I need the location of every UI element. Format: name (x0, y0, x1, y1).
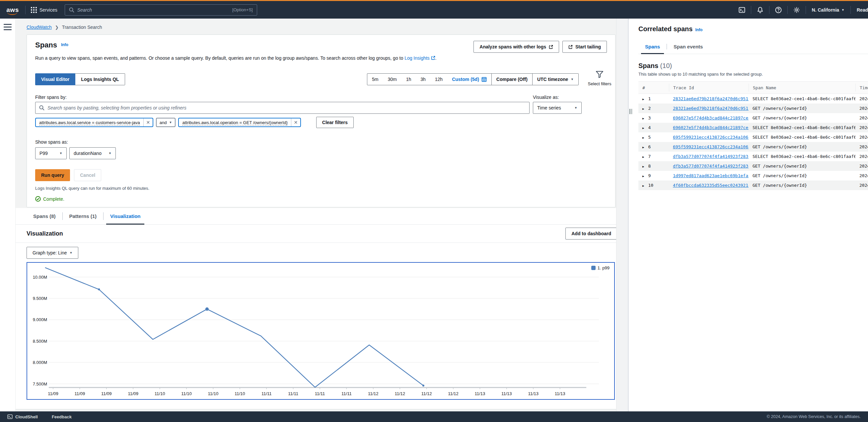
search-icon (39, 105, 44, 110)
visual-editor-toggle[interactable]: Visual Editor (35, 73, 75, 85)
correlated-info-link[interactable]: Info (695, 28, 703, 32)
row-trace-cell: 28321ae6ed79b218f6a2470d6c95199f (669, 96, 749, 101)
region-selector[interactable]: N. California ▼ (806, 7, 850, 12)
settings-button[interactable] (788, 1, 806, 19)
statistic-select[interactable]: P99 ▼ (35, 147, 67, 159)
add-to-dashboard-button[interactable]: Add to dashboard (565, 228, 617, 239)
search-shortcut: [Option+S] (232, 7, 253, 12)
chevron-down-icon: ▼ (59, 152, 62, 155)
tab-span-events[interactable]: Span events (667, 39, 709, 54)
notifications-button[interactable] (751, 1, 769, 19)
table-row[interactable]: ▶7dfb3a577d077074f4fa414923f283d64SELECT… (639, 152, 868, 161)
clear-filters-button[interactable]: Clear filters (316, 117, 354, 128)
trace-id-link[interactable]: 28321ae6ed79b218f6a2470d6c95199f (673, 96, 749, 101)
expand-row-icon[interactable]: ▶ (642, 155, 644, 159)
table-row[interactable]: ▶3696027e5f74d4b3cad844c21897ce8d7GET /o… (639, 113, 868, 123)
table-row[interactable]: ▶6695f599231ecc4138726cc234a10670bGET /o… (639, 142, 868, 152)
select-filters-button[interactable]: Select filters (587, 71, 612, 87)
main-scrollbar-gutter[interactable] (616, 19, 628, 411)
graph-type-select[interactable]: Graph type: Line ▼ (27, 247, 78, 259)
compare-button[interactable]: Compare (Off) (491, 74, 532, 85)
tab-spans[interactable]: Spans (639, 39, 666, 54)
filter-chip-text[interactable]: attributes.aws.local.operation = GET /ow… (179, 120, 291, 125)
expand-row-icon[interactable]: ▶ (642, 184, 644, 188)
trace-id-link[interactable]: 696027e5f74d4b3cad844c21897ce8d7 (673, 116, 749, 121)
field-select[interactable]: durationNano ▼ (69, 147, 116, 159)
table-row[interactable]: ▶4696027e5f74d4b3cad844c21897ce8d7SELECT… (639, 123, 868, 132)
start-tailing-button[interactable]: Start tailing (562, 41, 607, 53)
services-menu[interactable]: Services (31, 7, 57, 13)
trace-id-link[interactable]: dfb3a577d077074f4fa414923f283d64 (673, 164, 749, 168)
filter-conjunction-dropdown[interactable]: and ▼ (156, 118, 176, 127)
footer-feedback-link[interactable]: Feedback (52, 414, 72, 419)
expand-row-icon[interactable]: ▶ (642, 117, 644, 120)
chevron-down-icon: ▼ (169, 121, 172, 124)
row-time: 2024 (856, 116, 868, 121)
panel-resize-handle[interactable] (629, 109, 632, 114)
svg-text:11/09: 11/09 (48, 391, 58, 396)
spans-info-link[interactable]: Info (61, 42, 68, 47)
table-row[interactable]: ▶104f60fbccda632335d55eec0243921e6bGET /… (639, 181, 868, 190)
breadcrumb-cloudwatch-link[interactable]: CloudWatch (27, 25, 52, 30)
table-row[interactable]: ▶5695f599231ecc4138726cc234a10670bSELECT… (639, 132, 868, 142)
time-range-3h[interactable]: 3h (416, 74, 430, 85)
row-number: 2 (648, 106, 651, 111)
table-row[interactable]: ▶128321ae6ed79b218f6a2470d6c95199fSELECT… (639, 94, 868, 103)
tab-visualization[interactable]: Visualization (103, 208, 147, 224)
cloudshell-button[interactable] (733, 1, 751, 19)
span-filter-search-input[interactable]: Search spans by pasting, selecting from … (35, 102, 530, 114)
trace-id-link[interactable]: dfb3a577d077074f4fa414923f283d64 (673, 154, 749, 159)
expand-row-icon[interactable]: ▶ (642, 107, 644, 110)
timezone-selector[interactable]: UTC timezone ▼ (532, 74, 578, 85)
expand-row-icon[interactable]: ▶ (642, 165, 644, 168)
logs-insights-ql-toggle[interactable]: Logs Insights QL (75, 73, 125, 85)
search-icon (69, 7, 74, 12)
time-range-12h[interactable]: 12h (430, 74, 447, 85)
select-filters-label: Select filters (587, 81, 612, 87)
results-section: Spans (8)Patterns (1)Visualization Visua… (16, 208, 628, 410)
menu-hamburger-icon[interactable] (4, 24, 11, 30)
trace-id-link[interactable]: 4f60fbccda632335d55eec0243921e6b (673, 183, 749, 188)
custom-range-button[interactable]: Custom (5d) (447, 74, 491, 85)
tab-patterns-1[interactable]: Patterns (1) (63, 208, 103, 224)
expand-row-icon[interactable]: ▶ (642, 98, 644, 101)
table-row[interactable]: ▶228321ae6ed79b218f6a2470d6c95199fGET /o… (639, 103, 868, 113)
filter-chip-text[interactable]: attributes.aws.local.service = customers… (36, 120, 143, 125)
row-expand-cell: ▶7 (639, 154, 669, 159)
expand-row-icon[interactable]: ▶ (642, 126, 644, 130)
row-number: 6 (648, 144, 651, 149)
aws-logo[interactable]: aws (5, 6, 20, 13)
timeseries-chart[interactable]: 10.00M9.500M9.000M8.500M8.000M7.500M11/0… (27, 262, 615, 400)
help-button[interactable] (770, 1, 787, 19)
expand-row-icon[interactable]: ▶ (642, 174, 644, 178)
run-query-button[interactable]: Run query (35, 169, 70, 181)
time-range-5m[interactable]: 5m (367, 74, 383, 85)
table-row[interactable]: ▶91d997ed817aad623ae1ebc69b1efa54eGET /o… (639, 171, 868, 181)
log-insights-link[interactable]: Log Insights (404, 56, 435, 61)
expand-row-icon[interactable]: ▶ (642, 145, 644, 149)
global-search-input[interactable]: Search [Option+S] (65, 4, 257, 15)
card-description: Run a query to view spans, span events, … (35, 56, 607, 61)
trace-id-link[interactable]: 28321ae6ed79b218f6a2470d6c95199f (673, 106, 749, 111)
table-row[interactable]: ▶8dfb3a577d077074f4fa414923f283d64GET /o… (639, 161, 868, 171)
svg-text:11/09: 11/09 (128, 391, 138, 396)
access-mode-menu[interactable]: ReadOnly (851, 7, 868, 12)
row-number: 5 (648, 135, 651, 140)
footer-cloudshell-button[interactable]: CloudShell (7, 414, 38, 419)
time-range-30m[interactable]: 30m (383, 74, 401, 85)
row-trace-cell: dfb3a577d077074f4fa414923f283d64 (669, 154, 749, 159)
time-range-1h[interactable]: 1h (401, 74, 416, 85)
visualize-as-select[interactable]: Time series ▼ (533, 102, 582, 114)
trace-id-link[interactable]: 696027e5f74d4b3cad844c21897ce8d7 (673, 125, 749, 130)
trace-id-link[interactable]: 1d997ed817aad623ae1ebc69b1efa54e (673, 173, 749, 178)
trace-id-link[interactable]: 695f599231ecc4138726cc234a10670b (673, 135, 749, 140)
chevron-down-icon: ▼ (70, 251, 73, 255)
trace-id-link[interactable]: 695f599231ecc4138726cc234a10670b (673, 144, 749, 149)
remove-filter-icon[interactable]: ✕ (143, 119, 153, 126)
tab-spans-8[interactable]: Spans (8) (27, 208, 62, 224)
chart-legend[interactable]: 1. p99 (591, 265, 610, 270)
remove-filter-icon[interactable]: ✕ (291, 119, 300, 126)
row-span-name: GET /owners/{ownerId} (749, 116, 856, 121)
analyze-spans-button[interactable]: Analyze spans with other logs (473, 41, 559, 53)
expand-row-icon[interactable]: ▶ (642, 136, 644, 139)
